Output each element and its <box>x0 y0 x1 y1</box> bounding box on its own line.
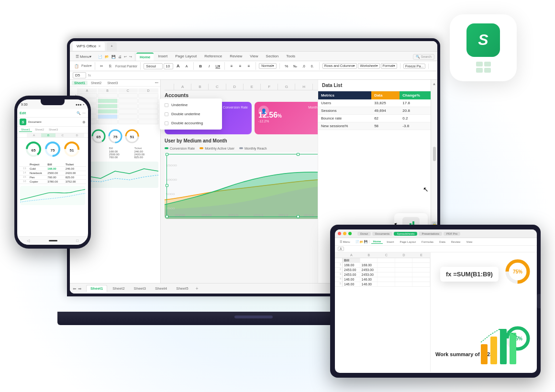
rows-columns-btn[interactable]: Rows and Columns▾ <box>322 63 357 69</box>
data-table-head: Metrics Data Change% <box>318 91 437 99</box>
tab-close-icon[interactable]: ✕ <box>98 44 101 48</box>
italic-btn[interactable]: I <box>205 62 213 70</box>
cell-reference[interactable]: D5 <box>73 72 86 78</box>
search-box[interactable]: 🔍 Search <box>413 54 434 60</box>
phone-tab-3[interactable]: Sheet3 <box>47 128 60 132</box>
ribbon-tab-section[interactable]: Section <box>263 53 282 61</box>
copy-btn[interactable]: ⎘ <box>107 62 114 70</box>
phone-edit-btn[interactable]: Edit <box>20 111 26 115</box>
phone-nav-back[interactable]: ◁ <box>27 239 30 243</box>
next-tab-btn[interactable]: ➡ <box>78 286 82 291</box>
align-left-btn[interactable]: ≡ <box>228 62 235 70</box>
sheet-tab-3[interactable]: Sheet3 <box>130 285 150 292</box>
data-list-title: Data List <box>318 80 437 91</box>
left-sheet3[interactable]: Sheet3 <box>105 81 120 85</box>
donut-75-label: 75% <box>503 257 532 286</box>
open-icon[interactable]: 📂 <box>104 54 110 59</box>
formula-input[interactable] <box>93 75 434 76</box>
dropdown-double-accounting[interactable]: Double accounting <box>160 119 222 128</box>
worksheet-btn[interactable]: Worksheet▾ <box>358 63 379 69</box>
tablet-tab-pdf[interactable]: PDF Pro <box>444 232 460 236</box>
undo-icon[interactable]: ↩ <box>123 54 128 59</box>
number-format-select[interactable]: Normal▾ <box>259 63 277 69</box>
underline-btn[interactable]: U▾ <box>214 62 222 70</box>
dec-increase-btn[interactable]: .0 <box>300 62 308 70</box>
browser-tab-new[interactable]: + <box>107 42 117 51</box>
phone-action-icon[interactable]: ⊕ <box>82 120 86 124</box>
paste-btn[interactable]: 📋 <box>73 62 80 70</box>
tablet-home-btn[interactable] <box>537 294 541 308</box>
left-sheet2[interactable]: Sheet2 <box>89 81 104 85</box>
comma-btn[interactable]: ‰ <box>291 62 299 70</box>
ribbon-tab-tools[interactable]: Tools <box>283 53 299 61</box>
ribbon-tab-view[interactable]: View <box>246 53 261 61</box>
cut-btn[interactable]: ✂ <box>98 62 106 70</box>
phone-sheet-tabs: Sheet1 Sheet2 Sheet3 <box>17 127 88 133</box>
save-icon[interactable]: 💾 <box>111 54 117 59</box>
scroll-thumb[interactable] <box>433 147 436 161</box>
sheet-tab-5[interactable]: Sheet5 <box>172 285 192 292</box>
tablet-new-icon[interactable]: 📄 <box>355 240 359 243</box>
tablet-tab-presentations[interactable]: Presentations <box>419 232 442 236</box>
add-sheet-btn[interactable]: + <box>196 286 199 291</box>
browser-tab-active[interactable]: WPS Office ✕ <box>73 42 105 51</box>
prev-tab-btn[interactable]: ⬅ <box>73 286 77 291</box>
freeze-panes-btn[interactable]: Freeze Pa... <box>403 64 425 69</box>
redo-icon[interactable]: ↪ <box>128 54 133 59</box>
ribbon-tab-review[interactable]: Review <box>226 53 245 61</box>
font-size-field[interactable]: 10 <box>164 63 173 69</box>
left-sheet1[interactable]: Sheet1 <box>72 81 88 85</box>
font-name-field[interactable]: Seoul <box>144 63 163 69</box>
tablet-grid: A B C D E Bill <box>335 252 431 372</box>
tablet-cell-a4: 146.00 <box>343 277 360 282</box>
phone-nav-recents[interactable]: □ <box>76 239 78 243</box>
tablet-menu-review[interactable]: Review <box>449 240 463 244</box>
tablet-tab-docs[interactable]: Documents <box>372 232 392 236</box>
dropdown-underline[interactable]: Underline <box>160 100 222 109</box>
phone-tab-1[interactable]: Sheet1 <box>19 128 32 132</box>
phone-bill-2: 2500.00 <box>46 171 64 175</box>
ribbon-tab-reference[interactable]: Reference <box>201 53 225 61</box>
ribbon-tab-home[interactable]: Home <box>136 53 154 61</box>
tablet-menu-icon[interactable]: ☰ Menu <box>338 240 352 244</box>
ribbon-tab-insert[interactable]: Insert <box>155 53 171 61</box>
sheet-tab-1[interactable]: Sheet1 <box>86 285 107 292</box>
phone-tab-2[interactable]: Sheet2 <box>33 128 46 132</box>
align-right-btn[interactable]: ≡ <box>245 62 253 70</box>
menu-button[interactable]: ☰ Menu▾ <box>73 53 94 61</box>
dropdown-double-underline[interactable]: Double underline <box>160 109 222 119</box>
tablet-cell-a5: 146.00 <box>343 282 360 286</box>
ribbon-tab-pagelayout[interactable]: Page Layout <box>172 53 200 61</box>
tablet-menu-home[interactable]: Home <box>371 240 383 244</box>
print-icon[interactable]: 🖨 <box>117 54 122 59</box>
tablet-toolbar-icons: 📄 📂 💾 <box>354 240 369 243</box>
scroll-up-icon[interactable]: ▲ <box>433 82 436 86</box>
tablet-menu-insert[interactable]: Insert <box>385 240 396 244</box>
sheet-tab-2[interactable]: Sheet2 <box>109 285 128 292</box>
tablet-tab-donut[interactable]: Donut <box>357 232 371 236</box>
font-grow-btn[interactable]: A <box>174 62 182 70</box>
phone-search-icon[interactable]: 🔍 <box>77 111 81 115</box>
percent-btn[interactable]: % <box>283 62 290 70</box>
tablet-menu-formulas[interactable]: Formulas <box>420 240 435 244</box>
tablet-menu-pagelayout[interactable]: Page Layout <box>398 240 418 244</box>
format-btn[interactable]: Format▾ <box>381 63 397 69</box>
new-icon[interactable]: 📄 <box>97 54 103 59</box>
font-shrink-btn[interactable]: A <box>183 62 190 70</box>
table-row: Sessions 49,694 20.8 <box>318 107 437 115</box>
tablet-open-icon[interactable]: 📂 <box>360 240 363 243</box>
dec-decrease-btn[interactable]: 0. <box>309 62 316 70</box>
align-center-btn[interactable]: ≡ <box>236 62 244 70</box>
bold-btn[interactable]: B <box>197 62 204 70</box>
phone-nav-home[interactable] <box>49 240 57 241</box>
sheet-tab-4[interactable]: Sheet4 <box>151 285 171 292</box>
tablet-menu-view[interactable]: View <box>464 240 474 244</box>
tablet-save-icon[interactable]: 💾 <box>364 240 367 243</box>
phone-more-icon[interactable]: ⋯ <box>82 111 86 115</box>
tablet-menu-data[interactable]: Data <box>437 240 447 244</box>
tablet-cell-c1 <box>377 263 395 267</box>
tablet-cell-c0 <box>377 258 395 262</box>
more-sheets-btn[interactable]: ••• <box>155 81 158 85</box>
tablet-tab-spreadsheets[interactable]: Spreadsheets <box>394 232 417 236</box>
format-painter-btn[interactable]: Format Painter <box>115 65 137 68</box>
